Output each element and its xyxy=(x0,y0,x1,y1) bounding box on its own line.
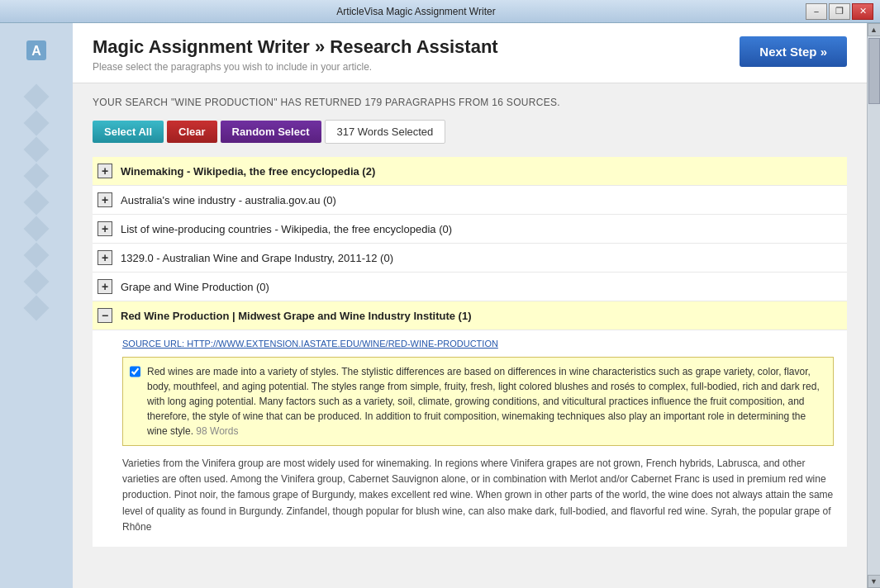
minimize-button[interactable]: − xyxy=(806,3,827,20)
toolbar: Select All Clear Random Select 317 Words… xyxy=(93,120,847,144)
source-list: + Winemaking - Wikipedia, the free encyc… xyxy=(93,157,847,547)
restore-button[interactable]: ❐ xyxy=(829,3,850,20)
window-title: ArticleVisa Magic Assignment Writer xyxy=(26,6,806,17)
scroll-down-button[interactable]: ▼ xyxy=(868,575,881,588)
paragraph-text-1: Red wines are made into a variety of sty… xyxy=(147,364,826,439)
main-content: Magic Assignment Writer » Research Assis… xyxy=(73,23,867,588)
page-title: Magic Assignment Writer » Research Assis… xyxy=(93,36,498,58)
source-label-6: Red Wine Production | Midwest Grape and … xyxy=(121,310,472,322)
expand-icon-2[interactable]: + xyxy=(98,192,112,207)
page-subtitle: Please select the paragraphs you wish to… xyxy=(93,61,498,73)
title-bar: ArticleVisa Magic Assignment Writer − ❐ … xyxy=(0,0,880,23)
source-url[interactable]: SOURCE URL: HTTP://WWW.EXTENSION.IASTATE… xyxy=(122,339,834,349)
paragraph-checkbox-1[interactable] xyxy=(130,366,140,377)
left-stripe: A xyxy=(0,23,73,588)
scroll-thumb[interactable] xyxy=(868,38,880,104)
random-select-button[interactable]: Random Select xyxy=(221,121,321,143)
app-icon: A xyxy=(16,30,57,71)
header-section: Magic Assignment Writer » Research Assis… xyxy=(73,23,867,83)
source-label-4: 1329.0 - Australian Wine and Grape Indus… xyxy=(121,252,393,264)
source-item-4[interactable]: + 1329.0 - Australian Wine and Grape Ind… xyxy=(93,244,847,273)
source-label-5: Grape and Wine Production (0) xyxy=(121,281,269,293)
expand-icon-1[interactable]: + xyxy=(98,164,112,178)
word-count-1: 98 Words xyxy=(196,425,238,437)
expand-icon-4[interactable]: + xyxy=(98,250,112,265)
content-area: YOUR SEARCH "WINE PRODUCTION" HAS RETURN… xyxy=(73,83,867,588)
scroll-up-button[interactable]: ▲ xyxy=(868,23,881,36)
source-item-5[interactable]: + Grape and Wine Production (0) xyxy=(93,273,847,301)
close-button[interactable]: ✕ xyxy=(852,3,873,20)
source-label-3: List of wine-producing countries - Wikip… xyxy=(121,223,452,235)
source-item-6[interactable]: − Red Wine Production | Midwest Grape an… xyxy=(93,301,847,330)
words-selected-badge: 317 Words Selected xyxy=(325,120,446,144)
source-label-1: Winemaking - Wikipedia, the free encyclo… xyxy=(121,165,375,178)
svg-text:A: A xyxy=(31,44,41,58)
scrollbar[interactable]: ▲ ▼ xyxy=(867,23,880,588)
expand-icon-5[interactable]: + xyxy=(98,279,112,294)
search-info: YOUR SEARCH "WINE PRODUCTION" HAS RETURN… xyxy=(93,97,847,108)
window-controls[interactable]: − ❐ ✕ xyxy=(806,3,873,20)
expand-icon-3[interactable]: + xyxy=(98,221,112,236)
paragraph-item-1: Red wines are made into a variety of sty… xyxy=(122,357,834,446)
next-step-button[interactable]: Next Step » xyxy=(740,36,847,67)
collapse-icon-6[interactable]: − xyxy=(98,308,112,323)
paragraph-text-2: Varieties from the Vinifera group are mo… xyxy=(122,453,834,538)
source-item-3[interactable]: + List of wine-producing countries - Wik… xyxy=(93,215,847,244)
expanded-section-6: SOURCE URL: HTTP://WWW.EXTENSION.IASTATE… xyxy=(93,330,847,547)
source-item-1[interactable]: + Winemaking - Wikipedia, the free encyc… xyxy=(93,157,847,186)
select-all-button[interactable]: Select All xyxy=(93,121,164,143)
clear-button[interactable]: Clear xyxy=(167,121,217,143)
source-item-2[interactable]: + Australia's wine industry - australia.… xyxy=(93,186,847,215)
source-label-2: Australia's wine industry - australia.go… xyxy=(121,194,336,206)
